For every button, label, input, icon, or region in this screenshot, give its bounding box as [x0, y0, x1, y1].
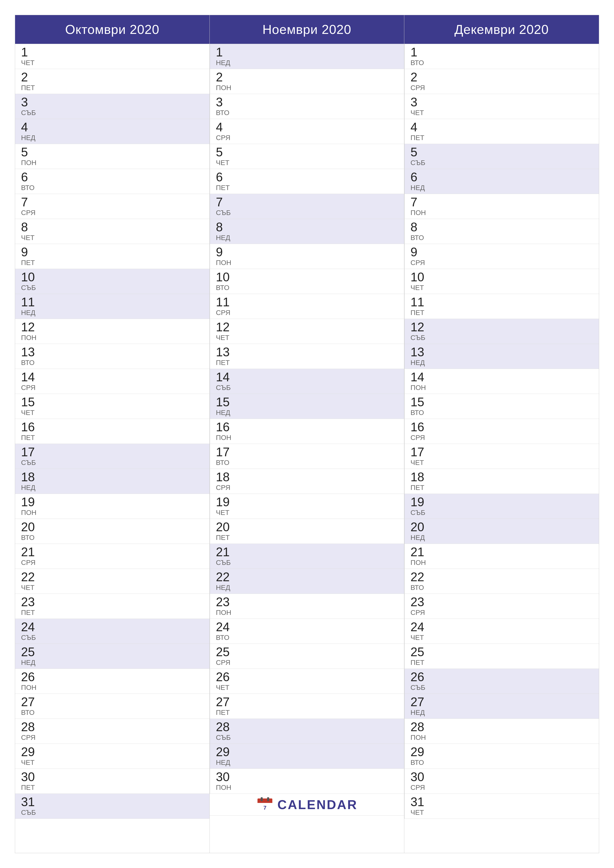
- day-name: СЪБ: [410, 159, 593, 167]
- day-row: 6ВТО: [15, 169, 210, 194]
- day-number: 22: [21, 571, 204, 583]
- day-row: 19СЪБ: [404, 494, 599, 519]
- day-row: 19ПОН: [15, 494, 210, 519]
- day-number: 20: [216, 521, 398, 533]
- day-name: ПОН: [216, 259, 398, 267]
- day-number: 30: [216, 771, 398, 783]
- day-name: ЧЕТ: [410, 109, 593, 117]
- day-number: 28: [410, 721, 593, 733]
- day-name: ПОН: [21, 509, 204, 517]
- day-row: 21СЪБ: [210, 544, 404, 569]
- day-number: 24: [216, 621, 398, 633]
- day-name: ЧЕТ: [21, 759, 204, 767]
- day-number: 24: [21, 621, 204, 633]
- day-row: 16ПЕТ: [15, 419, 210, 444]
- day-row: 16ПОН: [210, 419, 404, 444]
- day-name: ПОН: [410, 734, 593, 742]
- month-col-2: Декември 20201ВТО2СРЯ3ЧЕТ4ПЕТ5СЪБ6НЕД7ПО…: [404, 15, 599, 853]
- day-number: 30: [21, 771, 204, 783]
- day-name: ВТО: [216, 634, 398, 642]
- day-number: 30: [410, 771, 593, 783]
- day-row: 24ЧЕТ: [404, 619, 599, 644]
- day-name: ВТО: [21, 359, 204, 367]
- day-row: 28ПОН: [404, 719, 599, 744]
- day-row: 7СЪБ: [210, 194, 404, 219]
- day-number: 5: [410, 146, 593, 158]
- day-name: ВТО: [410, 234, 593, 242]
- day-row: 20ВТО: [15, 519, 210, 544]
- day-number: 13: [216, 346, 398, 358]
- day-row: 30СРЯ: [404, 769, 599, 794]
- day-name: СЪБ: [216, 209, 398, 217]
- day-row: 15ВТО: [404, 394, 599, 419]
- day-row: 5СЪБ: [404, 144, 599, 169]
- day-number: 17: [21, 446, 204, 458]
- day-row: 3ЧЕТ: [404, 94, 599, 119]
- day-row: 16СРЯ: [404, 419, 599, 444]
- day-row: 4ПЕТ: [404, 119, 599, 144]
- day-row: 10ВТО: [210, 269, 404, 294]
- day-name: НЕД: [410, 534, 593, 542]
- day-name: ПОН: [410, 209, 593, 217]
- day-row: 28СЪБ: [210, 719, 404, 744]
- day-number: 8: [410, 221, 593, 233]
- day-name: ПЕТ: [410, 309, 593, 317]
- day-number: 6: [216, 171, 398, 183]
- day-name: СРЯ: [216, 659, 398, 666]
- day-name: ПЕТ: [410, 134, 593, 142]
- day-name: СЪБ: [216, 384, 398, 392]
- day-row: 5ПОН: [15, 144, 210, 169]
- day-number: 7: [216, 196, 398, 208]
- day-number: 3: [216, 96, 398, 108]
- page: Октомври 20201ЧЕТ2ПЕТ3СЪБ4НЕД5ПОН6ВТО7СР…: [0, 0, 614, 868]
- day-name: СРЯ: [216, 309, 398, 317]
- day-row: 17ВТО: [210, 444, 404, 469]
- day-row: 18СРЯ: [210, 469, 404, 494]
- day-name: ЧЕТ: [410, 634, 593, 642]
- day-number: 14: [21, 371, 204, 383]
- day-name: НЕД: [410, 708, 593, 716]
- day-row: 25НЕД: [15, 644, 210, 669]
- day-number: 2: [410, 71, 593, 84]
- day-number: 29: [21, 746, 204, 758]
- day-row: 22ЧЕТ: [15, 569, 210, 594]
- day-row: 13ВТО: [15, 344, 210, 369]
- day-row: 20ПЕТ: [210, 519, 404, 544]
- day-row: 27ВТО: [15, 694, 210, 719]
- day-number: 11: [410, 296, 593, 308]
- day-row: 12ЧЕТ: [210, 319, 404, 344]
- day-number: 25: [21, 646, 204, 658]
- day-number: 8: [216, 221, 398, 233]
- day-number: 6: [21, 171, 204, 183]
- day-row: 7СРЯ: [15, 194, 210, 219]
- day-number: 3: [21, 96, 204, 108]
- day-row: 27ПЕТ: [210, 694, 404, 719]
- day-row: 22ВТО: [404, 569, 599, 594]
- day-number: 22: [216, 571, 398, 583]
- day-name: ПОН: [216, 84, 398, 92]
- svg-rect-6: [267, 797, 269, 801]
- day-number: 12: [410, 321, 593, 333]
- day-number: 7: [410, 196, 593, 208]
- day-name: ЧЕТ: [21, 584, 204, 592]
- day-number: 11: [216, 296, 398, 308]
- day-name: ПЕТ: [21, 84, 204, 92]
- day-number: 2: [216, 71, 398, 84]
- day-name: ПЕТ: [21, 434, 204, 442]
- day-number: 15: [21, 396, 204, 408]
- day-name: СЪБ: [21, 109, 204, 117]
- day-number: 28: [21, 721, 204, 733]
- day-name: ПОН: [21, 684, 204, 691]
- day-name: ПОН: [216, 434, 398, 442]
- svg-rect-3: [258, 801, 272, 803]
- day-row: 14ПОН: [404, 369, 599, 394]
- day-name: СЪБ: [21, 809, 204, 817]
- day-row: 25ПЕТ: [404, 644, 599, 669]
- day-number: 27: [216, 696, 398, 708]
- day-row: 7ПОН: [404, 194, 599, 219]
- day-row: 19ЧЕТ: [210, 494, 404, 519]
- day-number: 26: [216, 671, 398, 683]
- day-row: 6НЕД: [404, 169, 599, 194]
- day-name: ПОН: [410, 559, 593, 567]
- day-number: 14: [410, 371, 593, 383]
